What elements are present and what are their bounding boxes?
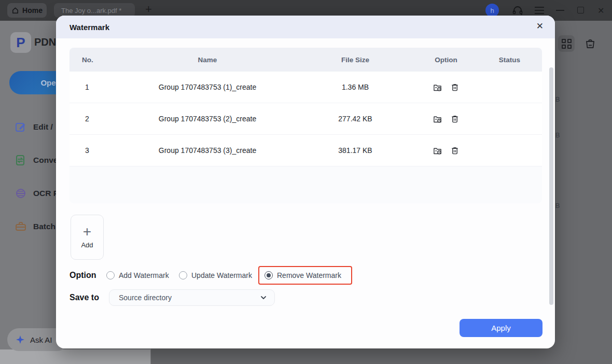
delete-trash-icon[interactable]: [450, 83, 459, 92]
cell-option: [415, 83, 477, 92]
cell-filesize: 277.42 KB: [296, 115, 415, 123]
ai-sparkle-icon: [16, 335, 25, 344]
radio-selected-icon: [265, 271, 273, 279]
cell-option: [415, 115, 477, 123]
convert-icon: [15, 154, 27, 166]
document-tab-label: The Joy o...ark.pdf *: [61, 7, 121, 15]
sidebar-bottom-strip: [0, 349, 150, 364]
sidebar-item-batch[interactable]: Batch: [15, 218, 55, 235]
table-row: 3 Group 1707483753 (3)_create 381.17 KB: [69, 135, 542, 166]
dialog-title: Watermark: [69, 23, 109, 32]
table-row: 1 Group 1707483753 (1)_create 1.36 MB: [69, 72, 542, 103]
save-to-dropdown[interactable]: Source directory: [109, 289, 275, 306]
radio-circle-icon: [106, 271, 115, 279]
radio-remove-watermark-label: Remove Watermark: [277, 271, 341, 279]
sidebar-item-edit-label: Edit /: [33, 122, 53, 132]
cell-name: Group 1707483753 (1)_create: [119, 83, 296, 91]
minimize-icon[interactable]: [556, 10, 564, 11]
batch-toolbox-icon: [15, 220, 27, 233]
apply-label: Apply: [491, 324, 511, 332]
apps-grid-button[interactable]: [558, 35, 575, 52]
add-file-label: Add: [81, 241, 93, 249]
open-file-location-icon[interactable]: [433, 83, 442, 92]
column-header-status: Status: [477, 56, 542, 64]
cell-filesize: 1.36 MB: [296, 83, 415, 91]
radio-update-watermark[interactable]: Update Watermark: [179, 266, 252, 285]
column-header-name: Name: [119, 56, 296, 64]
cell-option: [415, 146, 477, 155]
grid-icon: [562, 39, 572, 49]
dialog-close-icon[interactable]: ✕: [536, 22, 544, 31]
screen: Home The Joy o...ark.pdf * + h ✕ P PDNo: [0, 0, 612, 364]
sidebar-item-edit[interactable]: Edit /: [15, 119, 53, 135]
cell-no: 3: [69, 146, 119, 155]
add-file-button[interactable]: + Add: [71, 215, 104, 260]
file-table: No. Name File Size Option Status 1 Group…: [69, 48, 542, 203]
sidebar-item-batch-label: Batch: [33, 222, 55, 231]
new-tab-plus-icon[interactable]: +: [145, 3, 152, 16]
sidebar-item-ocr-label: OCR P: [33, 189, 59, 198]
chevron-down-icon: [260, 294, 267, 301]
support-headset-icon[interactable]: [511, 4, 524, 17]
cell-filesize: 381.17 KB: [296, 146, 415, 155]
app-logo-letter: P: [16, 35, 25, 51]
cell-name: Group 1707483753 (3)_create: [119, 146, 296, 155]
watermark-dialog: Watermark ✕ No. Name File Size Option St…: [56, 16, 555, 348]
maximize-icon[interactable]: [577, 7, 584, 13]
avatar-initial: h: [490, 7, 494, 15]
open-file-location-icon[interactable]: [433, 146, 442, 155]
radio-add-watermark-label: Add Watermark: [119, 271, 169, 279]
sidebar-item-convert-label: Conve: [33, 156, 58, 165]
home-button[interactable]: Home: [7, 3, 47, 18]
column-header-filesize: File Size: [296, 56, 415, 64]
plus-icon: +: [83, 226, 91, 238]
app-logo: P: [10, 32, 31, 53]
cell-name: Group 1707483753 (2)_create: [119, 115, 296, 123]
menu-hamburger-icon[interactable]: [535, 7, 544, 14]
option-label: Option: [69, 266, 96, 285]
home-icon: [11, 7, 19, 15]
column-header-option: Option: [415, 56, 477, 64]
column-header-no: No.: [69, 56, 119, 64]
cell-no: 1: [69, 83, 119, 91]
radio-circle-icon: [179, 271, 187, 279]
window-close-icon[interactable]: ✕: [597, 6, 604, 16]
table-header-row: No. Name File Size Option Status: [69, 48, 542, 72]
cell-no: 2: [69, 115, 119, 123]
option-row: Option Add Watermark Update Watermark Re…: [56, 266, 555, 285]
open-file-location-icon[interactable]: [433, 115, 442, 123]
sidebar-item-convert[interactable]: Conve: [15, 152, 58, 169]
save-to-label: Save to: [69, 289, 99, 306]
delete-trash-icon[interactable]: [450, 146, 459, 155]
radio-remove-watermark-highlighted[interactable]: Remove Watermark: [258, 266, 352, 285]
ocr-scan-icon: [15, 187, 27, 200]
dialog-header: Watermark: [56, 16, 555, 38]
ask-ai-label: Ask AI: [30, 335, 52, 344]
sidebar-item-ocr[interactable]: OCR P: [15, 185, 59, 202]
edit-pen-icon: [15, 121, 27, 133]
save-to-value: Source directory: [119, 293, 172, 302]
store-bag-icon[interactable]: [584, 37, 596, 50]
radio-add-watermark[interactable]: Add Watermark: [106, 266, 169, 285]
delete-trash-icon[interactable]: [450, 115, 459, 123]
radio-update-watermark-label: Update Watermark: [191, 271, 252, 279]
apply-button[interactable]: Apply: [460, 319, 543, 337]
open-file-label: Ope: [40, 78, 55, 87]
table-row: 2 Group 1707483753 (2)_create 277.42 KB: [69, 103, 542, 135]
home-label: Home: [22, 6, 43, 15]
